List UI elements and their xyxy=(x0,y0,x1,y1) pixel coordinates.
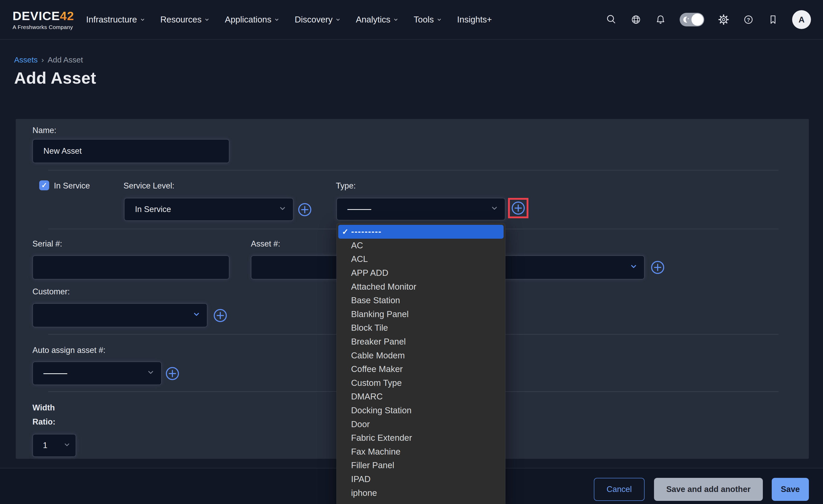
bookmark-icon[interactable] xyxy=(768,14,779,25)
type-label: Type: xyxy=(336,181,356,191)
main-nav: Infrastructure Resources Applications Di… xyxy=(86,15,492,25)
save-and-add-another-button[interactable]: Save and add another xyxy=(654,478,763,501)
logo-tagline: A Freshworks Company xyxy=(13,24,74,30)
name-input[interactable]: New Asset xyxy=(32,139,229,163)
gear-icon[interactable] xyxy=(718,14,729,25)
add-service-level-button[interactable] xyxy=(298,203,312,217)
type-option[interactable]: Cable Modem xyxy=(338,348,504,362)
chevron-down-icon xyxy=(335,17,341,22)
type-option[interactable]: Door xyxy=(338,417,504,431)
top-navbar: DEVICE42 A Freshworks Company Infrastruc… xyxy=(0,0,823,40)
device42-logo[interactable]: DEVICE42 A Freshworks Company xyxy=(13,10,74,30)
logo-device: DEVICE xyxy=(13,9,60,23)
save-button[interactable]: Save xyxy=(772,478,809,501)
chevron-down-icon xyxy=(63,441,70,450)
width-ratio-label-line1: Width xyxy=(32,403,55,413)
type-option[interactable]: Attached Monitor xyxy=(338,280,504,294)
type-option[interactable]: Custom Type xyxy=(338,376,504,390)
customer-select[interactable] xyxy=(32,303,207,327)
theme-toggle[interactable] xyxy=(680,13,704,26)
nav-item-tools[interactable]: Tools xyxy=(414,15,442,25)
chevron-down-icon xyxy=(193,310,200,320)
type-option[interactable]: ACL xyxy=(338,252,504,266)
cancel-button[interactable]: Cancel xyxy=(594,478,645,501)
app-root: DEVICE42 A Freshworks Company Infrastruc… xyxy=(0,0,823,504)
width-ratio-label-line2: Ratio: xyxy=(32,417,55,427)
name-label: Name: xyxy=(32,126,56,135)
auto-assign-label: Auto assign asset #: xyxy=(32,345,106,355)
user-avatar[interactable]: A xyxy=(792,10,811,29)
serial-input[interactable] xyxy=(32,255,229,279)
in-service-label: In Service xyxy=(54,181,90,191)
in-service-checkbox[interactable]: ✓ xyxy=(39,180,49,190)
nav-item-resources[interactable]: Resources xyxy=(160,15,210,25)
add-customer-button[interactable] xyxy=(213,308,227,322)
page-title: Add Asset xyxy=(14,68,96,87)
type-option[interactable]: Docking Station xyxy=(338,404,504,418)
svg-text:?: ? xyxy=(747,17,750,23)
type-option[interactable]: APP ADD xyxy=(338,266,504,280)
nav-item-infrastructure[interactable]: Infrastructure xyxy=(86,15,145,25)
breadcrumb-separator: › xyxy=(41,55,44,64)
help-icon[interactable]: ? xyxy=(743,14,754,25)
chevron-down-icon xyxy=(204,17,209,22)
type-option[interactable]: iphone xyxy=(338,486,504,500)
chevron-down-icon xyxy=(437,17,442,22)
check-icon: ✓ xyxy=(342,227,348,236)
bell-icon[interactable] xyxy=(655,14,666,25)
breadcrumb: Assets › Add Asset xyxy=(14,55,83,64)
type-option[interactable]: Filler Panel xyxy=(338,459,504,472)
customer-label: Customer: xyxy=(32,287,70,296)
chevron-down-icon xyxy=(393,17,398,22)
logo-42: 42 xyxy=(60,9,74,23)
chevron-down-icon xyxy=(630,263,637,272)
chevron-down-icon xyxy=(274,17,279,22)
chevron-down-icon xyxy=(147,368,154,378)
type-option[interactable]: AC xyxy=(338,239,504,253)
auto-assign-select[interactable]: ——— xyxy=(32,361,162,385)
navbar-actions: ? A xyxy=(606,10,811,29)
logo-wordmark: DEVICE42 xyxy=(13,10,74,22)
nav-item-insights[interactable]: Insights+ xyxy=(457,15,492,25)
type-option[interactable]: ✓--------- xyxy=(338,225,504,239)
type-option[interactable]: Fax Machine xyxy=(338,445,504,459)
type-option[interactable]: IPAD xyxy=(338,472,504,486)
type-option[interactable]: Base Station xyxy=(338,294,504,307)
red-highlight-box xyxy=(508,198,528,218)
add-unlabeled-button[interactable] xyxy=(651,260,665,274)
nav-item-analytics[interactable]: Analytics xyxy=(356,15,398,25)
service-level-select[interactable]: In Service xyxy=(124,198,294,221)
add-type-button[interactable] xyxy=(511,201,525,215)
moon-icon xyxy=(681,15,691,26)
chevron-down-icon xyxy=(491,204,498,214)
service-level-label: Service Level: xyxy=(124,181,174,191)
toggle-knob xyxy=(691,14,703,26)
globe-icon[interactable] xyxy=(631,14,641,25)
search-icon[interactable] xyxy=(606,14,617,25)
nav-item-discovery[interactable]: Discovery xyxy=(295,15,341,25)
type-option[interactable]: DMARC xyxy=(338,390,504,404)
check-icon: ✓ xyxy=(41,181,47,190)
type-select[interactable]: ——— xyxy=(336,198,505,220)
nav-item-applications[interactable]: Applications xyxy=(225,15,279,25)
breadcrumb-assets-link[interactable]: Assets xyxy=(14,55,38,64)
width-ratio-select[interactable]: 1 xyxy=(32,434,76,457)
type-dropdown-menu: ✓---------ACACLAPP ADDAttached MonitorBa… xyxy=(336,223,505,504)
section-divider xyxy=(48,170,779,171)
breadcrumb-current: Add Asset xyxy=(48,55,83,64)
chevron-down-icon xyxy=(140,17,145,22)
type-option[interactable]: Fabric Extender xyxy=(338,431,504,445)
chevron-down-icon xyxy=(279,205,286,214)
type-option[interactable]: Blanking Panel xyxy=(338,307,504,321)
add-auto-assign-button[interactable] xyxy=(165,366,179,381)
type-option[interactable]: Block Tile xyxy=(338,321,504,335)
type-option[interactable]: Breaker Panel xyxy=(338,335,504,349)
serial-label: Serial #: xyxy=(32,239,62,249)
asset-number-label: Asset #: xyxy=(251,239,280,249)
type-option[interactable]: Coffee Maker xyxy=(338,362,504,376)
